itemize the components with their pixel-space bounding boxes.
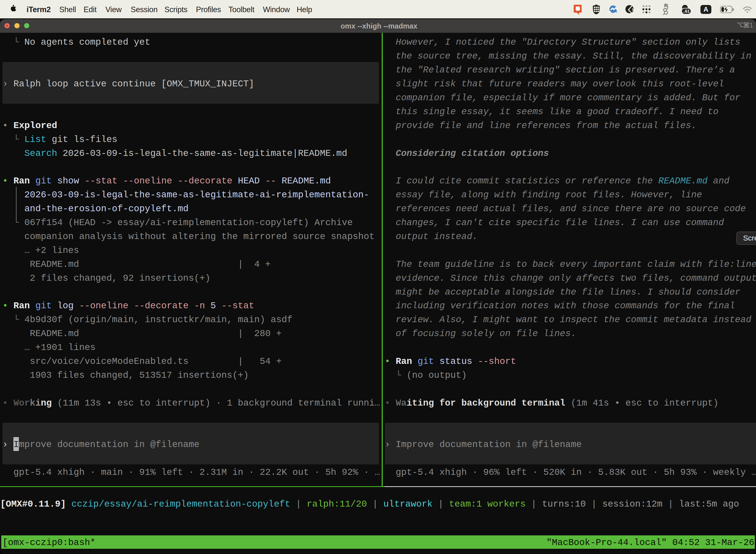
- svg-text:1: 1: [750, 21, 753, 29]
- svg-text:..61: ..61: [683, 9, 690, 14]
